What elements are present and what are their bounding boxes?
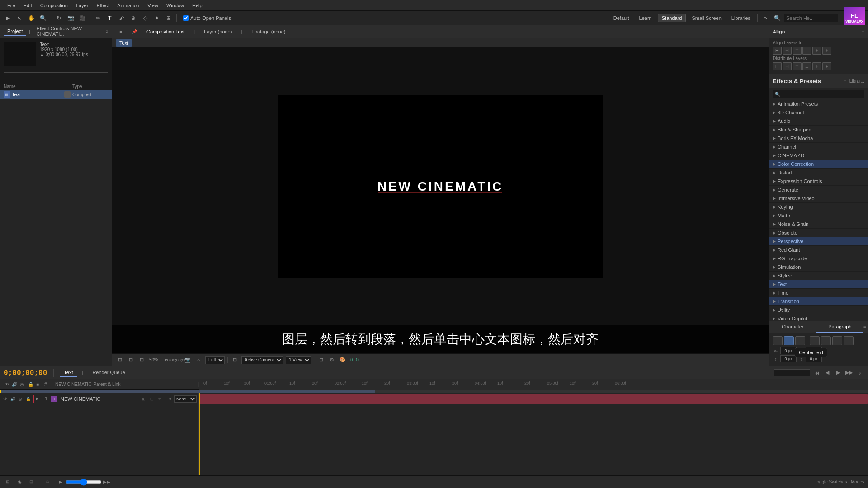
menu-window[interactable]: Window [163,2,188,9]
distribute-center-h-btn[interactable]: ⊣ [783,62,792,70]
ctrl-guides-btn[interactable]: ⊟ [137,356,146,364]
ctrl-more-btn[interactable]: ⊡ [317,356,325,364]
search-input[interactable] [784,14,838,22]
comp-tab-composition[interactable]: Composition Text [143,28,188,35]
distribute-top-btn[interactable]: ⊥ [802,62,811,70]
ctrl-region-btn[interactable]: ⊡ [127,356,135,364]
align-menu-btn[interactable]: ≡ [862,29,864,34]
effect-category-11[interactable]: ▶Immersive Video [769,194,868,203]
tl-search-input[interactable] [774,369,810,376]
ctrl-view-select[interactable]: 1 View [286,356,311,364]
tl-render-tab[interactable]: Render Queue [89,369,128,377]
tl-go-prev[interactable]: ◀ [823,368,832,377]
effect-category-10[interactable]: ▶Generate [769,186,868,194]
align-left-btn[interactable]: ⊢ [773,47,782,55]
effect-category-8[interactable]: ▶Distort [769,169,868,177]
effect-category-23[interactable]: ▶Transition [769,297,868,306]
comp-subtab-text[interactable]: Text [116,39,132,47]
ctrl-resolution-btn[interactable]: ⊞ [116,356,124,364]
effect-category-17[interactable]: ▶Red Giant [769,246,868,254]
menu-help[interactable]: Help [189,2,206,9]
align-center-h-btn[interactable]: ⊣ [783,47,792,55]
comp-pin-btn[interactable]: 📌 [129,27,139,37]
menu-animation[interactable]: Animation [113,2,143,9]
toolbar-btn-pen[interactable]: ✏ [93,13,103,23]
workspace-learn[interactable]: Learn [635,14,656,22]
layer-switch-3[interactable]: ✏ [156,395,164,403]
menu-effect[interactable]: Effect [93,2,113,9]
effect-category-7[interactable]: ▶Color Correction [769,160,868,169]
effect-category-22[interactable]: ▶Time [769,289,868,297]
effects-libs-btn[interactable]: Librar... [849,79,864,84]
tl-go-next[interactable]: ▶▶ [844,368,854,377]
effect-category-19[interactable]: ▶Simulation [769,263,868,272]
toolbar-btn-puppet[interactable]: ✦ [152,13,162,23]
tl-footer-draft-btn[interactable]: ⊟ [27,478,35,486]
project-tab[interactable]: Project [4,28,26,36]
layer-lock-btn[interactable]: 🔒 [25,396,31,402]
effect-category-2[interactable]: ▶Audio [769,117,868,126]
effect-category-6[interactable]: ▶CINEMA 4D [769,151,868,160]
distribute-center-v-btn[interactable]: ⊦ [812,62,821,70]
effect-category-12[interactable]: ▶Keying [769,203,868,211]
effect-category-15[interactable]: ▶Obsolete [769,229,868,237]
layer-switch-1[interactable]: ⊞ [140,395,147,403]
layer-solo-btn[interactable]: ◎ [17,396,24,402]
effect-category-13[interactable]: ▶Matte [769,211,868,220]
menu-file[interactable]: File [4,2,19,9]
effect-category-16[interactable]: ▶Perspective [769,237,868,246]
align-center-v-btn[interactable]: ⊦ [812,47,821,55]
ctrl-camera-select[interactable]: Active Camera [241,356,283,364]
tl-zoom-slider[interactable] [66,480,102,484]
effects-search-input[interactable] [773,90,864,98]
para-align-center[interactable]: ≡ [784,336,794,345]
para-justify-left[interactable]: ≡ [810,336,820,345]
effect-category-0[interactable]: ▶Animation Presets [769,100,868,108]
workspace-more[interactable]: » [760,13,770,23]
para-space-before[interactable] [780,355,797,362]
toolbar-btn-cam2[interactable]: 🎥 [77,13,87,23]
para-justify-right[interactable]: ≡ [832,336,842,345]
para-justify-center[interactable]: ≡ [821,336,831,345]
effect-category-21[interactable]: ▶Text [769,280,868,289]
tl-footer-end-btn[interactable]: ▶▶ [103,478,111,486]
layer-expand-btn[interactable]: ▶ [36,396,41,402]
effect-category-5[interactable]: ▶Channel [769,143,868,151]
para-tab[interactable]: Paragraph [816,321,864,333]
layer-audio-btn[interactable]: 🔊 [9,396,16,402]
toolbar-btn-new[interactable]: ▶ [3,13,13,23]
menu-edit[interactable]: Edit [20,2,36,9]
layer-switch-2[interactable]: ⊟ [148,395,156,403]
ctrl-settings-btn[interactable]: ⚙ [328,356,336,364]
ctrl-grid-btn[interactable]: ⊞ [231,356,239,364]
effect-category-1[interactable]: ▶3D Channel [769,108,868,117]
toolbar-btn-brush[interactable]: 🖌 [117,13,127,23]
effect-controls-tab[interactable]: Effect Controls NEW CINEMATI... [33,25,104,38]
tl-audio[interactable]: ♪ [855,368,864,377]
effects-menu-btn[interactable]: ≡ [844,79,847,84]
distribute-right-btn[interactable]: ⊤ [793,62,802,70]
project-search[interactable] [4,72,108,80]
menu-layer[interactable]: Layer [72,2,92,9]
tl-go-first[interactable]: ⏮ [812,368,821,377]
effect-category-25[interactable]: ▶Video Copilot [769,314,868,321]
para-align-left[interactable]: ≡ [773,336,783,345]
tl-footer-graph-btn[interactable]: ⊞ [4,478,12,486]
ctrl-color-btn[interactable]: 🎨 [339,356,347,364]
workspace-libraries[interactable]: Libraries [727,14,755,22]
tl-play[interactable]: ▶ [834,368,843,377]
ctrl-timecode-btn[interactable]: 0;00;00;00 [173,356,181,364]
effect-category-24[interactable]: ▶Utility [769,306,868,314]
ctrl-snap-btn[interactable]: 📷 [184,356,192,364]
tl-footer-motion-btn[interactable]: ⊕ [43,478,51,486]
workspace-standard[interactable]: Standard [658,14,686,22]
toolbar-btn-shape[interactable]: ◇ [140,13,150,23]
auto-open-panels[interactable]: Auto-Open Panels [183,15,231,21]
distribute-left-btn[interactable]: ⊢ [773,62,782,70]
effect-category-3[interactable]: ▶Blur & Sharpen [769,126,868,134]
comp-close-btn[interactable]: ■ [116,27,126,37]
tl-keyframe-area[interactable] [199,393,868,475]
para-indent-before[interactable] [780,347,797,354]
align-top-btn[interactable]: ⊥ [802,47,811,55]
ctrl-quality-select[interactable]: Full [205,356,225,364]
